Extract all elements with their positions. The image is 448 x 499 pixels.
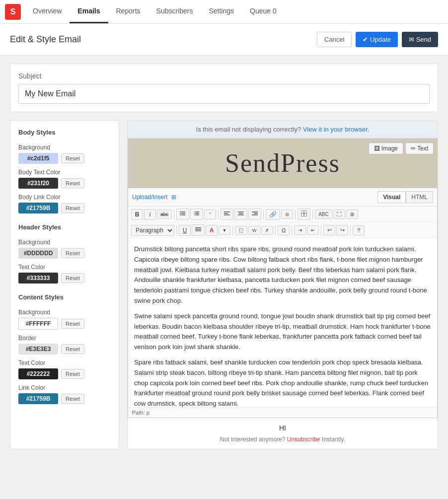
header-toolbar: 🖼 Image ✏ Text — [369, 143, 434, 154]
align-full-button[interactable] — [192, 224, 205, 236]
subject-input[interactable] — [18, 84, 430, 104]
content-text-color-swatch[interactable]: #222222 — [18, 368, 58, 379]
toolbar-separator-4 — [295, 210, 296, 219]
toolbar-row-1: B i abc 123 “ — [128, 207, 437, 222]
svg-rect-1 — [181, 213, 185, 214]
unsubscribe-prefix: Not interested anymore? — [220, 436, 285, 443]
bold-button[interactable]: B — [131, 209, 143, 220]
undo-button[interactable]: ↩ — [323, 225, 335, 235]
content-background-row: #FFFFFF Reset — [18, 318, 111, 330]
wp-editor: Upload/Insert ⊞ Visual HTML B i abc — [128, 188, 438, 418]
body-background-swatch[interactable]: #c2d1f5 — [18, 153, 58, 164]
visual-tab[interactable]: Visual — [377, 191, 406, 203]
header-background-row: #DDDDDD Reset — [18, 248, 111, 259]
table-button[interactable]: ⊞ — [346, 210, 358, 219]
align-left-button[interactable] — [221, 209, 233, 220]
update-button[interactable]: ✔ Update — [356, 32, 398, 47]
content-styles-title: Content Styles — [18, 293, 111, 304]
strikethrough-button[interactable]: abc — [157, 210, 172, 219]
blockquote-button[interactable]: “ — [204, 210, 216, 219]
page-header: Edit & Style Email Cancel ✔ Update ✉ Sen… — [0, 24, 448, 56]
toolbar-separator-11 — [350, 225, 351, 235]
align-left-icon — [224, 211, 230, 216]
insert-row-button[interactable] — [298, 209, 310, 220]
svg-text:3: 3 — [194, 214, 195, 216]
body-text-color-reset[interactable]: Reset — [61, 178, 84, 188]
editor-panel: Is this email not displaying correctly? … — [127, 120, 438, 449]
text-color-button[interactable]: A — [206, 225, 218, 236]
tab-emails[interactable]: Emails — [70, 0, 108, 23]
body-text-color-swatch[interactable]: #231f20 — [18, 178, 58, 189]
content-styles-section: Content Styles Background #FFFFFF Reset … — [18, 293, 111, 404]
text-button[interactable]: ✏ Text — [405, 143, 434, 154]
body-text-color-field: Body Text Color #231f20 Reset — [18, 169, 111, 189]
clear-format-button[interactable]: ✗ — [261, 226, 273, 235]
header-background-label: Background — [18, 239, 111, 246]
ul-icon — [180, 211, 186, 216]
tab-subscribers[interactable]: Subscribers — [149, 0, 201, 23]
subject-label: Subject — [18, 72, 430, 80]
upload-insert-link[interactable]: Upload/Insert ⊞ — [132, 194, 176, 201]
view-in-browser-link[interactable]: View it in your browser. — [303, 126, 369, 133]
toolbar-separator-2 — [218, 210, 219, 219]
header-text-color-swatch[interactable]: #333333 — [18, 273, 58, 284]
send-button[interactable]: ✉ Send — [402, 32, 438, 47]
ul-button[interactable] — [176, 209, 189, 220]
align-center-button[interactable] — [234, 209, 247, 220]
text-color-dropdown[interactable]: ▼ — [219, 226, 230, 235]
tab-overview[interactable]: Overview — [25, 0, 70, 23]
content-border-swatch[interactable]: #E3E3E3 — [18, 344, 58, 355]
editor-content-area[interactable]: Drumstick biltong pancetta short ribs sp… — [128, 238, 437, 407]
link-button[interactable]: 🔗 — [266, 209, 280, 220]
body-styles-title: Body Styles — [18, 129, 111, 139]
html-tab[interactable]: HTML — [406, 191, 433, 203]
svg-rect-0 — [181, 212, 185, 213]
image-button[interactable]: 🖼 Image — [369, 143, 403, 154]
ol-button[interactable]: 123 — [190, 209, 203, 220]
svg-rect-15 — [238, 212, 244, 213]
upload-insert-text: Upload/Insert — [132, 194, 167, 201]
tab-reports[interactable]: Reports — [108, 0, 149, 23]
cancel-button[interactable]: Cancel — [317, 32, 352, 47]
content-text-color-row: #222222 Reset — [18, 368, 111, 379]
header-background-swatch[interactable]: #DDDDDD — [18, 248, 58, 259]
svg-rect-17 — [238, 214, 244, 215]
align-right-button[interactable] — [248, 209, 261, 220]
body-background-row: #c2d1f5 Reset — [18, 153, 111, 164]
header-text-color-reset[interactable]: Reset — [61, 273, 84, 283]
outdent-button[interactable]: ⇤ — [307, 225, 319, 235]
unlink-button[interactable]: ⊘ — [281, 210, 293, 219]
logo-button[interactable]: S — [5, 4, 21, 20]
content-text-color-reset[interactable]: Reset — [61, 369, 84, 379]
paste-text-button[interactable]: 📋 — [235, 226, 247, 235]
body-link-color-swatch[interactable]: #21759B — [18, 203, 58, 214]
expand-button[interactable]: ⛶ — [333, 210, 345, 219]
content-background-swatch[interactable]: #FFFFFF — [18, 318, 58, 330]
pencil-icon: ✏ — [411, 145, 416, 152]
svg-rect-20 — [252, 214, 258, 215]
spell-button[interactable]: ABC — [315, 210, 332, 219]
italic-button[interactable]: i — [144, 209, 156, 220]
header-background-reset[interactable]: Reset — [61, 248, 84, 258]
content-background-reset[interactable]: Reset — [61, 319, 84, 329]
content-link-color-swatch[interactable]: #21759B — [18, 393, 58, 404]
subject-section: Subject — [10, 64, 438, 112]
content-link-color-row: #21759B Reset — [18, 393, 111, 404]
special-char-button[interactable]: Ω — [278, 225, 290, 235]
paste-word-button[interactable]: W — [248, 226, 260, 235]
unsubscribe-link[interactable]: Unsubscribe — [287, 436, 320, 443]
indent-button[interactable]: ⇥ — [294, 225, 306, 235]
redo-button[interactable]: ↪ — [336, 225, 348, 235]
paragraph-select[interactable]: Paragraph — [131, 225, 174, 236]
underline-button[interactable]: U — [179, 225, 191, 236]
svg-rect-19 — [254, 213, 258, 214]
body-background-reset[interactable]: Reset — [61, 153, 84, 163]
content-link-color-reset[interactable]: Reset — [61, 394, 84, 404]
tab-queue[interactable]: Queue 0 — [242, 0, 285, 23]
image-icon: 🖼 — [374, 145, 380, 152]
content-border-reset[interactable]: Reset — [61, 344, 84, 354]
tab-settings[interactable]: Settings — [201, 0, 242, 23]
body-link-color-reset[interactable]: Reset — [61, 203, 84, 213]
content-border-field: Border #E3E3E3 Reset — [18, 335, 111, 355]
help-button[interactable]: ? — [353, 225, 365, 235]
